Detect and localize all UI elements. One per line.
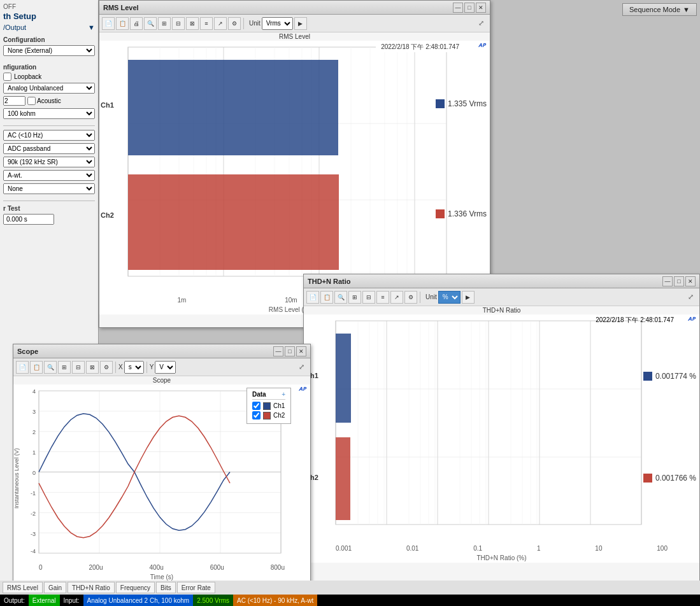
rms-ch1-value: 1.335 Vrms	[436, 99, 487, 108]
status-level-value: 2.500 Vrms	[193, 595, 233, 606]
rms-tb-btn4[interactable]: 🔍	[144, 17, 157, 30]
sequence-mode-button[interactable]: Sequence Mode ▼	[622, 3, 697, 16]
scope-legend-expand[interactable]: +	[282, 391, 285, 398]
svg-text:4: 4	[32, 388, 36, 395]
scope-tb-btn6[interactable]: ⊠	[86, 361, 99, 374]
scope-legend-ch1: Ch1	[252, 402, 285, 410]
rms-unit-arrow[interactable]: ▶	[294, 17, 307, 30]
channels-spinner[interactable]	[3, 96, 25, 106]
thd-svg	[304, 314, 673, 537]
bottom-cell-rms: RMS Level	[3, 582, 43, 593]
scope-tb-btn4[interactable]: ⊞	[58, 361, 71, 374]
scope-expand-icon[interactable]: ⤢	[295, 361, 308, 374]
scope-tb-settings[interactable]: ⚙	[100, 361, 113, 374]
scope-chart-title: Scope	[13, 376, 310, 384]
scope-ch2-legend-color	[263, 412, 271, 419]
svg-text:-1: -1	[31, 490, 36, 497]
scope-minimize-button[interactable]: —	[273, 346, 283, 356]
scope-legend-ch2: Ch2	[252, 411, 285, 419]
rms-tb-settings[interactable]: ⚙	[228, 17, 241, 30]
thd-tb-btn7[interactable]: ↗	[390, 291, 403, 304]
rms-svg	[99, 41, 482, 289]
rms-unit-select[interactable]: Vrms	[262, 17, 293, 30]
rms-tb-btn1[interactable]: 📄	[102, 17, 115, 30]
scope-tb-btn2[interactable]: 📋	[30, 361, 43, 374]
conn-dropdown[interactable]: Analog Unbalanced	[3, 83, 95, 94]
none-dropdown[interactable]: None	[3, 183, 95, 194]
sample-rate-dropdown[interactable]: 90k (192 kHz SR)	[3, 157, 95, 167]
rms-close-button[interactable]: ✕	[476, 3, 486, 13]
rms-unit-label: Unit	[249, 20, 261, 27]
rms-tb-btn8[interactable]: ≡	[200, 17, 213, 30]
thd-minimize-button[interactable]: —	[662, 276, 673, 286]
rms-ch2-value: 1.336 Vrms	[436, 209, 487, 218]
scope-x-ticks: 0 200u 400u 600u 800u	[13, 563, 310, 572]
config1-dropdown[interactable]: None (External)	[3, 45, 95, 56]
thd-expand-icon[interactable]: ⤢	[684, 291, 697, 304]
acoustic-checkbox[interactable]	[27, 97, 36, 105]
thd-tb-btn2[interactable]: 📋	[320, 291, 333, 304]
weighting-dropdown[interactable]: A-wt.	[3, 170, 95, 181]
scope-x-unit-select[interactable]: s	[124, 361, 144, 374]
filter-dropdown[interactable]: ADC passband	[3, 143, 95, 154]
rms-tb-btn2[interactable]: 📋	[116, 17, 129, 30]
test-label: r Test	[3, 205, 95, 212]
thd-unit-label: Unit	[425, 293, 437, 300]
thd-tb-btn5[interactable]: ⊟	[362, 291, 375, 304]
rms-titlebar: RMS Level — □ ✕	[99, 1, 490, 15]
svg-text:-2: -2	[31, 511, 36, 517]
bottom-cell-gain: Gain	[44, 582, 66, 593]
scope-ch2-checkbox[interactable]	[252, 411, 261, 419]
scope-tb-btn5[interactable]: ⊟	[72, 361, 85, 374]
thd-tb-btn4[interactable]: ⊞	[348, 291, 361, 304]
thd-unit-arrow[interactable]: ▶	[462, 291, 475, 304]
scope-ch1-checkbox[interactable]	[252, 402, 261, 410]
svg-rect-50	[336, 334, 351, 423]
scope-close-button[interactable]: ✕	[296, 346, 306, 356]
thd-maximize-button[interactable]: □	[674, 276, 684, 286]
thd-tb-btn6[interactable]: ≡	[376, 291, 389, 304]
thd-unit-select[interactable]: %	[438, 291, 461, 304]
rms-tb-btn6[interactable]: ⊟	[172, 17, 185, 30]
rms-maximize-button[interactable]: □	[464, 3, 475, 13]
scope-y-label: Y	[150, 363, 154, 370]
rms-tb-btn7[interactable]: ⊠	[186, 17, 199, 30]
impedance-dropdown[interactable]: 100 kohm	[3, 108, 95, 119]
scope-tb-btn3[interactable]: 🔍	[44, 361, 57, 374]
thd-ch2-color-box	[643, 474, 652, 483]
thd-tb-btn1[interactable]: 📄	[306, 291, 319, 304]
thd-titlebar: THD+N Ratio — □ ✕	[304, 274, 699, 288]
test-input[interactable]	[3, 214, 54, 225]
io-dropdown-arrow[interactable]: ▼	[88, 24, 95, 31]
bottom-cell-thd: THD+N Ratio	[68, 582, 115, 593]
thd-title: THD+N Ratio	[308, 278, 661, 285]
rms-ch1-color-box	[436, 99, 445, 108]
scope-titlebar: Scope — □ ✕	[13, 344, 310, 358]
loopback-label: Loopback	[14, 73, 41, 80]
loopback-checkbox[interactable]	[3, 73, 11, 81]
thd-chart-title: THD+N Ratio	[304, 306, 699, 314]
status-bar: Output: External Input: Analog Unbalance…	[0, 595, 700, 606]
rms-tb-btn9[interactable]: ↗	[214, 17, 227, 30]
thd-close-button[interactable]: ✕	[685, 276, 696, 286]
scope-y-unit-select[interactable]: V	[155, 361, 176, 374]
scope-tb-btn1[interactable]: 📄	[16, 361, 29, 374]
scope-chart-area: ᴬᴾ Data + Ch1 Ch2	[13, 384, 310, 563]
rms-tb-btn5[interactable]: ⊞	[158, 17, 171, 30]
rms-expand-icon[interactable]: ⤢	[475, 17, 487, 30]
scope-maximize-button[interactable]: □	[285, 346, 295, 356]
thd-tb-btn3[interactable]: 🔍	[334, 291, 347, 304]
scope-toolbar: 📄 📋 🔍 ⊞ ⊟ ⊠ ⚙ X s Y V ⤢	[13, 358, 310, 376]
rms-tb-btn3[interactable]: 🖨	[130, 17, 143, 30]
rms-chart-title: RMS Level	[99, 32, 490, 41]
svg-rect-51	[336, 437, 350, 520]
thd-x-axis-label: THD+N Ratio (%)	[304, 553, 699, 563]
thd-tb-settings[interactable]: ⚙	[404, 291, 417, 304]
thd-toolbar: 📄 📋 🔍 ⊞ ⊟ ≡ ↗ ⚙ Unit % ▶ ⤢	[304, 288, 699, 306]
sequence-mode-label: Sequence Mode	[629, 6, 680, 13]
rms-ch1-label: Ch1	[101, 101, 114, 109]
coupling-dropdown[interactable]: AC (<10 Hz)	[3, 130, 95, 141]
bottom-cell-error: Error Rate	[177, 582, 215, 593]
rms-minimize-button[interactable]: —	[453, 3, 463, 13]
status-output-label: Output:	[0, 595, 29, 606]
